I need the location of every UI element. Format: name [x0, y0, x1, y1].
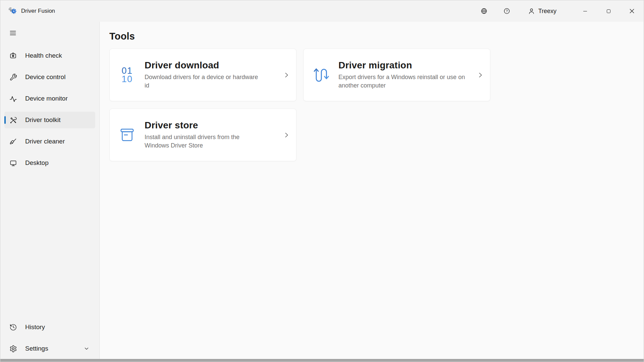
card-title: Driver migration — [338, 60, 474, 71]
card-title: Driver download — [145, 60, 280, 71]
gear-icon — [9, 345, 17, 353]
account-button[interactable]: Treexy — [524, 4, 560, 18]
sidebar-item-device-monitor[interactable]: Device monitor — [4, 90, 95, 107]
help-button[interactable]: ? — [499, 4, 515, 18]
app-title: Driver Fusion — [21, 8, 55, 14]
chevron-right-icon — [477, 71, 484, 79]
titlebar-actions: ? Treexy — [476, 0, 644, 22]
chevron-right-icon — [283, 131, 290, 139]
sidebar-item-health-check[interactable]: Health check — [4, 47, 95, 64]
app-window: Driver Fusion ? — [0, 0, 644, 362]
crossed-tools-icon — [9, 116, 17, 124]
person-icon — [528, 7, 535, 15]
sidebar-spacer — [0, 176, 99, 319]
monitor-icon — [9, 159, 17, 167]
help-icon: ? — [503, 7, 511, 15]
migration-arrows-icon — [312, 66, 330, 84]
sidebar-item-desktop[interactable]: Desktop — [4, 155, 95, 171]
minimize-button[interactable] — [573, 0, 597, 22]
chevron-down-icon — [84, 346, 91, 351]
card-description: Download drivers for a device or hardwar… — [145, 73, 264, 90]
main-content: Tools 01 10 Driver download Download dri… — [100, 22, 643, 359]
app-identity: Driver Fusion — [8, 7, 55, 16]
card-title: Driver store — [145, 120, 280, 131]
hamburger-menu-button[interactable] — [6, 26, 20, 39]
close-button[interactable] — [620, 0, 644, 22]
sidebar-item-settings[interactable]: Settings — [4, 340, 95, 357]
hamburger-icon — [9, 29, 16, 37]
card-description: Export drivers for a Windows reinstall o… — [338, 73, 474, 90]
window-controls — [573, 0, 644, 22]
broom-icon — [9, 137, 17, 145]
archive-box-icon — [118, 127, 137, 143]
globe-icon — [480, 7, 488, 15]
card-driver-migration[interactable]: Driver migration Export drivers for a Wi… — [303, 49, 490, 101]
card-driver-store[interactable]: Driver store Install and uninstall drive… — [109, 109, 297, 161]
page-title: Tools — [109, 31, 643, 42]
sidebar: Health check Device control Device monit… — [0, 22, 100, 359]
card-driver-download[interactable]: 01 10 Driver download Download drivers f… — [109, 49, 297, 101]
sidebar-nav: Health check Device control Device monit… — [0, 47, 99, 176]
first-aid-kit-icon — [9, 52, 17, 60]
binary-digits-icon: 01 10 — [118, 67, 137, 83]
sidebar-item-driver-toolkit[interactable]: Driver toolkit — [4, 112, 95, 128]
close-icon — [630, 9, 634, 13]
window-bottom-edge — [0, 359, 644, 362]
svg-text:?: ? — [506, 9, 508, 13]
minimize-icon — [583, 11, 587, 11]
history-icon — [9, 323, 17, 331]
account-name: Treexy — [538, 8, 556, 15]
sidebar-item-driver-cleaner[interactable]: Driver cleaner — [4, 133, 95, 150]
sidebar-item-device-control[interactable]: Device control — [4, 69, 95, 85]
tool-cards: 01 10 Driver download Download drivers f… — [109, 49, 643, 161]
titlebar: Driver Fusion ? — [0, 0, 644, 22]
chevron-right-icon — [283, 71, 290, 79]
pulse-icon — [9, 95, 17, 103]
sidebar-item-history[interactable]: History — [4, 319, 95, 336]
card-description: Install and uninstall drivers from the W… — [145, 133, 264, 150]
app-logo-icon — [8, 7, 17, 16]
language-button[interactable] — [476, 4, 492, 18]
maximize-icon — [607, 9, 610, 13]
maximize-button[interactable] — [597, 0, 620, 22]
wrench-icon — [9, 73, 17, 81]
sidebar-footer-nav: History Settings — [0, 319, 99, 357]
